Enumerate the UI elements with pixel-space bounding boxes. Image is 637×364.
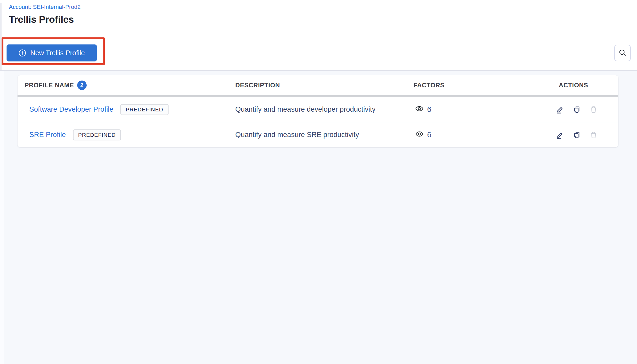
actions-cell xyxy=(552,130,618,139)
profile-name-cell: SRE Profile PREDEFINED xyxy=(18,129,235,140)
factors-cell: 6 xyxy=(414,130,552,140)
column-header-actions: ACTIONS xyxy=(552,82,618,89)
copy-icon[interactable] xyxy=(572,130,581,139)
new-trellis-profile-button[interactable]: New Trellis Profile xyxy=(7,44,97,61)
predefined-tag: PREDEFINED xyxy=(120,104,168,115)
new-trellis-profile-label: New Trellis Profile xyxy=(30,49,85,57)
profile-link[interactable]: SRE Profile xyxy=(29,131,66,139)
edit-icon[interactable] xyxy=(556,105,565,114)
delete-icon[interactable] xyxy=(589,130,598,139)
page-title: Trellis Profiles xyxy=(9,14,74,25)
profile-count-badge: 2 xyxy=(77,81,87,90)
account-breadcrumb-link[interactable]: Account: SEI-Internal-Prod2 xyxy=(9,4,81,10)
edit-icon[interactable] xyxy=(556,130,565,139)
search-button[interactable] xyxy=(614,45,631,61)
profile-name-header-label: PROFILE NAME xyxy=(25,82,74,89)
title-divider xyxy=(0,34,637,34)
table-row: SRE Profile PREDEFINED Quantify and meas… xyxy=(18,122,618,147)
eye-icon xyxy=(415,130,424,140)
trellis-profiles-table: PROFILE NAME 2 DESCRIPTION FACTORS ACTIO… xyxy=(18,75,618,147)
plus-circle-icon xyxy=(19,49,26,57)
eye-icon xyxy=(415,105,424,115)
left-edge-strip-lower xyxy=(0,71,4,364)
table-row: Software Developer Profile PREDEFINED Qu… xyxy=(18,97,618,122)
content-area: PROFILE NAME 2 DESCRIPTION FACTORS ACTIO… xyxy=(0,71,637,364)
factors-count: 6 xyxy=(427,105,431,114)
predefined-tag: PREDEFINED xyxy=(73,129,121,140)
delete-icon[interactable] xyxy=(589,105,598,114)
profile-description: Quantify and measure developer productiv… xyxy=(235,105,414,113)
factors-count: 6 xyxy=(427,130,431,139)
column-header-profile-name: PROFILE NAME 2 xyxy=(18,81,235,90)
profile-description: Quantify and measure SRE productivity xyxy=(235,131,414,139)
table-header-row: PROFILE NAME 2 DESCRIPTION FACTORS ACTIO… xyxy=(18,75,618,97)
left-edge-strip xyxy=(0,3,2,70)
copy-icon[interactable] xyxy=(572,105,581,114)
actions-cell xyxy=(552,105,618,114)
column-header-description: DESCRIPTION xyxy=(235,82,414,89)
column-header-factors: FACTORS xyxy=(414,82,552,89)
search-icon xyxy=(618,49,627,58)
factors-cell: 6 xyxy=(414,105,552,115)
profile-name-cell: Software Developer Profile PREDEFINED xyxy=(18,104,235,115)
profile-link[interactable]: Software Developer Profile xyxy=(29,105,113,113)
